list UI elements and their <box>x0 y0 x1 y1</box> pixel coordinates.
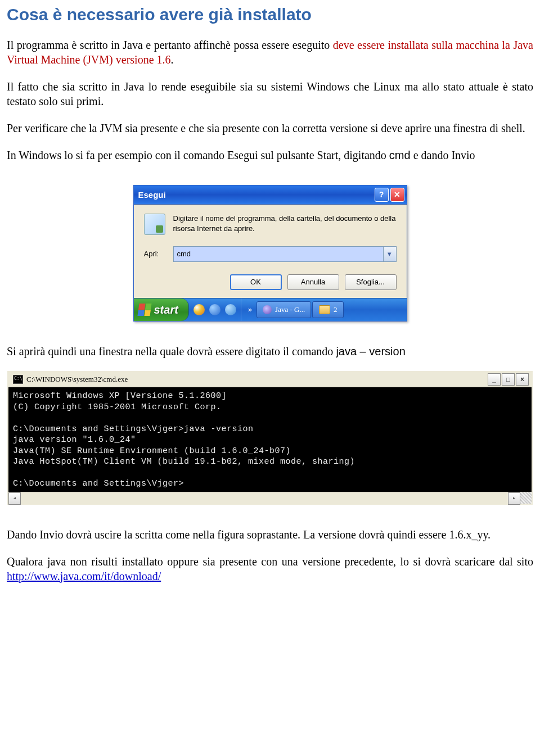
scroll-left-icon[interactable]: ◂ <box>8 492 21 505</box>
p4-code: cmd <box>389 149 411 161</box>
close-icon[interactable]: × <box>516 373 529 386</box>
run-dialog-titlebar: Esegui ? ✕ <box>134 185 407 205</box>
folder-icon <box>319 305 330 314</box>
taskbar-item-folder-label: 2 <box>334 305 338 315</box>
download-link[interactable]: http://www.java.com/it/download/ <box>7 570 161 582</box>
p4-pre: In Windows lo si fa per esempio con il c… <box>7 149 389 161</box>
scroll-right-icon[interactable]: ▸ <box>508 492 520 505</box>
ie-icon[interactable] <box>209 304 220 315</box>
paragraph-6: Dando Invio dovrà uscire la scritta come… <box>7 527 533 542</box>
media-icon[interactable] <box>225 304 236 315</box>
cmd-window-screenshot: C:\WINDOWS\system32\cmd.exe _ □ × Micros… <box>7 371 533 505</box>
cmd-title: C:\WINDOWS\system32\cmd.exe <box>26 375 128 384</box>
taskbar-item-folder[interactable]: 2 <box>312 301 344 318</box>
run-program-icon <box>144 214 165 235</box>
ok-button[interactable]: OK <box>230 274 282 290</box>
quick-launch-chevron-icon[interactable]: » <box>245 305 255 315</box>
paragraph-4: In Windows lo si fa per esempio con il c… <box>7 148 533 162</box>
close-icon[interactable]: ✕ <box>390 188 404 202</box>
paragraph-1: Il programma è scritto in Java e pertant… <box>7 38 533 67</box>
taskbar-item-java-label: Java - G... <box>275 305 305 315</box>
paragraph-5: Si aprirà quindi una finestra nella qual… <box>7 344 533 359</box>
minimize-icon[interactable]: _ <box>488 373 501 386</box>
open-label: Apri: <box>144 250 165 259</box>
cmd-icon <box>13 375 23 384</box>
paragraph-7: Qualora java non risulti installato oppu… <box>7 554 533 583</box>
run-dialog-title: Esegui <box>138 189 166 201</box>
p1-pre: Il programma è scritto in Java e pertant… <box>7 39 333 51</box>
run-dialog-description: Digitare il nome del programma, della ca… <box>173 214 397 235</box>
p7-pre: Qualora java non risulti installato oppu… <box>7 555 533 568</box>
p5-code: java – version <box>336 345 405 357</box>
cmd-titlebar: C:\WINDOWS\system32\cmd.exe _ □ × <box>8 371 532 387</box>
p4-post: e dando Invio <box>411 149 475 161</box>
eclipse-icon <box>263 305 272 314</box>
taskbar: start » Java - G... 2 <box>134 298 407 321</box>
paragraph-2: Il fatto che sia scritto in Java lo rend… <box>7 79 533 108</box>
resize-grip-icon[interactable] <box>520 492 532 504</box>
cancel-button[interactable]: Annulla <box>287 274 339 290</box>
cmd-scrollbar: ◂ ▸ <box>8 492 532 504</box>
open-combobox[interactable]: ▾ <box>173 246 397 262</box>
windows-flag-icon <box>137 304 151 316</box>
run-dialog-screenshot: Esegui ? ✕ Digitare il nome del programm… <box>133 185 407 322</box>
open-input[interactable] <box>174 247 383 261</box>
chrome-icon[interactable] <box>194 304 205 315</box>
p5-pre: Si aprirà quindi una finestra nella qual… <box>7 345 336 357</box>
start-button[interactable]: start <box>134 298 189 321</box>
chevron-down-icon[interactable]: ▾ <box>383 247 396 261</box>
start-button-label: start <box>154 302 178 317</box>
taskbar-item-java[interactable]: Java - G... <box>256 301 311 318</box>
browse-button[interactable]: Sfoglia... <box>345 274 397 290</box>
paragraph-3: Per verificare che la JVM sia presente e… <box>7 121 533 135</box>
maximize-icon[interactable]: □ <box>502 373 515 386</box>
quick-launch <box>189 298 241 321</box>
help-icon[interactable]: ? <box>375 188 389 202</box>
p1-post: . <box>171 53 174 66</box>
page-title: Cosa è necessario avere già installato <box>7 3 533 25</box>
cmd-output: Microsoft Windows XP [Versione 5.1.2600]… <box>8 387 532 492</box>
